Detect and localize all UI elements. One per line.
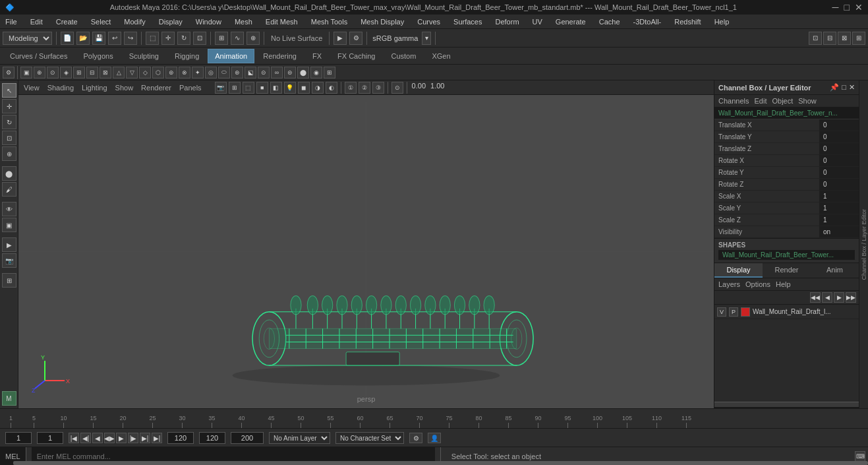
cb-menu-channels[interactable]: Channels — [718, 97, 749, 105]
tab-rendering[interactable]: Rendering — [256, 49, 304, 63]
layout-button-2[interactable]: ⊟ — [823, 32, 836, 45]
camera-button[interactable]: 📷 — [2, 253, 16, 268]
viewport-lighting-menu[interactable]: Lighting — [82, 84, 107, 92]
shelf-icon-16[interactable]: ⬭ — [218, 67, 230, 78]
save-button[interactable]: 💾 — [92, 32, 105, 45]
attr-value-rotate-y[interactable]: 0 — [819, 167, 859, 178]
maximize-button[interactable]: □ — [844, 2, 850, 13]
attr-value-translate-z[interactable]: 0 — [819, 143, 859, 154]
menu-cache[interactable]: Cache — [596, 16, 623, 27]
menu-uv[interactable]: UV — [530, 16, 545, 27]
viewport-ao-icon[interactable]: ◑ — [312, 82, 324, 94]
menu-modify[interactable]: Modify — [121, 16, 148, 27]
menu-mesh[interactable]: Mesh — [232, 16, 255, 27]
menu-window[interactable]: Window — [193, 16, 224, 27]
soft-select[interactable]: ⬤ — [2, 166, 16, 181]
attr-value-rotate-x[interactable]: 0 — [819, 155, 859, 166]
prev-key-button[interactable]: ◀ — [92, 433, 103, 443]
shelf-icon-24[interactable]: ⊞ — [324, 67, 335, 78]
window-controls[interactable]: ─ □ ✕ — [832, 2, 863, 13]
menu-file[interactable]: File — [3, 16, 20, 27]
layer-icon-4[interactable]: ▶▶ — [846, 292, 856, 303]
layer-menu-help[interactable]: Help — [776, 280, 791, 288]
viewport-solid-icon[interactable]: ■ — [256, 82, 268, 94]
tab-sculpting[interactable]: Sculpting — [122, 49, 166, 63]
layer-icon-3[interactable]: ▶ — [834, 292, 844, 303]
select-mode-button[interactable]: ↖ — [2, 83, 16, 98]
range-end-input[interactable] — [167, 432, 194, 444]
layout-button-1[interactable]: ⊡ — [809, 32, 822, 45]
step-forward-button[interactable]: ▶| — [140, 433, 150, 443]
menu-select[interactable]: Select — [88, 16, 114, 27]
layer-playback-toggle[interactable]: P — [729, 307, 738, 317]
cb-menu-show[interactable]: Show — [798, 97, 817, 105]
layer-menu-layers[interactable]: Layers — [718, 280, 740, 288]
render-preview[interactable]: ▶ — [2, 237, 16, 252]
shelf-icon-17[interactable]: ⊛ — [231, 67, 243, 78]
viewport-shading-menu[interactable]: Shading — [47, 84, 74, 92]
viewport[interactable]: View Shading Lighting Show Renderer Pane… — [18, 80, 714, 408]
go-to-start-button[interactable]: |◀ — [69, 433, 79, 443]
translate-button[interactable]: ✛ — [2, 99, 16, 113]
viewport-smooth3[interactable]: ③ — [372, 82, 384, 94]
viewport-content[interactable]: X Y Z persp — [18, 95, 714, 408]
maya-logo[interactable]: M — [2, 391, 16, 406]
redo-button[interactable]: ↪ — [124, 32, 137, 45]
attr-value-scale-y[interactable]: 1 — [819, 202, 859, 214]
shelf-icon-10[interactable]: ◇ — [139, 67, 151, 78]
viewport-grid-icon[interactable]: ⊞ — [229, 82, 241, 94]
paint-tool[interactable]: 🖌 — [2, 182, 16, 197]
play-forward-button[interactable]: ▶ — [116, 433, 127, 443]
viewport-renderer-menu[interactable]: Renderer — [141, 84, 171, 92]
tab-rigging[interactable]: Rigging — [167, 49, 206, 63]
viewport-texture-icon[interactable]: ◧ — [270, 82, 282, 94]
layout-button-3[interactable]: ⊠ — [838, 32, 851, 45]
script-editor-button[interactable]: ⌨ — [855, 451, 865, 462]
viewport-smooth1[interactable]: ① — [345, 82, 357, 94]
undo-button[interactable]: ↩ — [108, 32, 121, 45]
layer-menu-options[interactable]: Options — [745, 280, 770, 288]
shelf-icon-2[interactable]: ⊕ — [34, 67, 45, 78]
layer-icon-2[interactable]: ◀ — [822, 292, 832, 303]
layer-tab-anim[interactable]: Anim — [811, 263, 859, 278]
gamma-dropdown[interactable]: ▾ — [422, 32, 431, 45]
new-scene-button[interactable]: 📄 — [61, 32, 74, 45]
shelf-icon-7[interactable]: ⊠ — [100, 67, 111, 78]
anim-layer-select[interactable]: No Anim Layer — [269, 432, 330, 444]
menu-help[interactable]: Help — [712, 16, 732, 27]
rotate-tool[interactable]: ↻ — [177, 32, 190, 45]
shelf-icon-19[interactable]: ⊝ — [258, 67, 270, 78]
scale-tool[interactable]: ⊡ — [193, 32, 206, 45]
step-back-button[interactable]: ◀| — [80, 433, 91, 443]
shelf-icon-11[interactable]: ⬡ — [152, 67, 164, 78]
play-back-button[interactable]: ◀▶ — [104, 433, 115, 443]
shelf-icon-14[interactable]: ✦ — [192, 67, 204, 78]
snap-along[interactable]: ⊞ — [2, 273, 16, 288]
layer-tab-render[interactable]: Render — [763, 263, 811, 278]
rotate-button[interactable]: ↻ — [2, 115, 16, 129]
tab-xgen[interactable]: XGen — [424, 49, 457, 63]
shelf-icon-20[interactable]: ∞ — [271, 67, 283, 78]
shelf-icon-1[interactable]: ▣ — [20, 67, 32, 78]
snap-curve[interactable]: ∿ — [231, 32, 244, 45]
viewport-smooth2[interactable]: ② — [359, 82, 370, 94]
timeline-ruler[interactable]: 1 5 10 15 20 25 — [0, 409, 868, 429]
cb-menu-object[interactable]: Object — [772, 97, 793, 105]
layer-visibility-toggle[interactable]: V — [717, 307, 726, 317]
channel-box-pin[interactable]: 📌 — [830, 83, 839, 92]
menu-mesh-tools[interactable]: Mesh Tools — [308, 16, 350, 27]
go-to-end-button[interactable]: ▶| — [152, 433, 162, 443]
menu-deform[interactable]: Deform — [492, 16, 521, 27]
layout-button-4[interactable]: ⊞ — [852, 32, 865, 45]
shelf-icon-23[interactable]: ◉ — [310, 67, 322, 78]
universal-manipulator[interactable]: ⊕ — [2, 146, 16, 161]
viewport-shadow-icon[interactable]: ◼ — [298, 82, 310, 94]
shelf-icon-22[interactable]: ⬤ — [297, 67, 309, 78]
render-settings[interactable]: ⚙ — [349, 32, 362, 45]
char-set-button[interactable]: 👤 — [428, 433, 441, 443]
menu-3dto[interactable]: -3DtoAll- — [631, 16, 664, 27]
anim-prefs-button[interactable]: ⚙ — [409, 433, 422, 443]
shelf-icon-13[interactable]: ⊗ — [179, 67, 190, 78]
layout-panel[interactable]: ▣ — [2, 218, 16, 232]
viewport-isolate[interactable]: ⊙ — [391, 82, 403, 94]
